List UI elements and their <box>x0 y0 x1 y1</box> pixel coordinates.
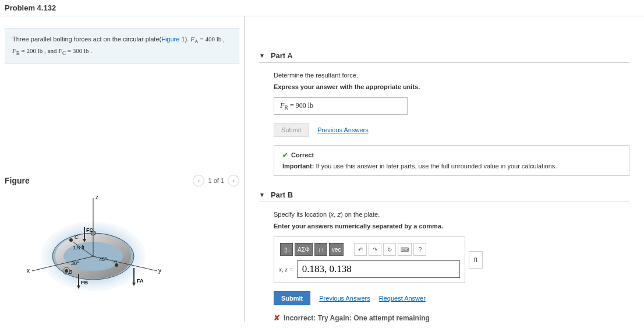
important-label: Important: <box>282 163 314 170</box>
svg-point-8 <box>69 238 73 242</box>
force-fa: FA <box>137 278 144 284</box>
unit-box[interactable]: ft <box>469 251 483 269</box>
part-a-header[interactable]: ▼ Part A <box>259 51 629 63</box>
updown-button[interactable]: ↓↑ <box>314 243 327 256</box>
pager-prev-button[interactable]: ‹ <box>193 175 204 186</box>
angle-45: 45° <box>99 256 107 262</box>
part-a-answer: FR = 900 lb <box>274 97 408 115</box>
pager-next-button[interactable]: › <box>228 175 239 186</box>
figure-diagram: z y x 1.5 ft 30° 45° C FC A FA <box>0 192 244 311</box>
point-a: A <box>113 259 117 264</box>
part-b-instruction-bold: Enter your answers numerically separated… <box>274 223 629 230</box>
previous-answers-link-b[interactable]: Previous Answers <box>319 295 370 302</box>
left-column: Three parallel bolting forces act on the… <box>0 16 245 322</box>
ans-sub: R <box>284 104 288 111</box>
part-b-header[interactable]: ▼ Part B <box>259 191 629 202</box>
part-b-instruction: Specify its location (x, z) on the plate… <box>274 211 629 218</box>
svg-marker-13 <box>132 283 136 286</box>
force-fc: FC <box>86 227 93 233</box>
part-a-title: Part A <box>271 51 293 60</box>
angle-30: 30° <box>71 260 79 266</box>
part-a-instruction-bold: Express your answer with the appropriate… <box>274 83 629 90</box>
feedback-incorrect: ✘Incorrect: Try Again: One attempt remai… <box>274 313 629 322</box>
force-fb: FB <box>81 280 88 285</box>
ans-value: = 900 lb <box>288 101 313 110</box>
check-icon: ✔ <box>282 151 288 158</box>
answer-input-box: ▯▯ ΑΣΦ ↓↑ vec ↶ ↷ ↻ ⌨ ? x, z = <box>274 237 465 283</box>
figure-heading: Figure <box>5 176 30 185</box>
page-title: Problem 4.132 <box>0 0 644 16</box>
z-axis-label: z <box>95 194 98 200</box>
part-b-title: Part B <box>271 191 293 199</box>
desc-text: Three parallel bolting forces act on the… <box>12 36 161 43</box>
point-b: B <box>69 269 72 275</box>
vec-button[interactable]: vec <box>329 243 344 256</box>
submit-button-part-a: Submit <box>274 123 309 137</box>
figure-link[interactable]: Figure 1 <box>161 36 185 43</box>
request-answer-link[interactable]: Request Answer <box>379 295 426 302</box>
radius-label: 1.5 ft <box>73 245 85 251</box>
collapse-icon: ▼ <box>259 192 265 198</box>
undo-button[interactable]: ↶ <box>354 243 367 256</box>
incorrect-text: Incorrect: Try Again: One attempt remain… <box>284 314 430 322</box>
formula-toolbar: ▯▯ ΑΣΦ ↓↑ vec ↶ ↷ ↻ ⌨ ? <box>279 242 460 257</box>
fb-var: F <box>12 47 16 54</box>
answer-input[interactable] <box>297 260 460 278</box>
help-button[interactable]: ? <box>413 243 426 256</box>
template-icon[interactable]: ▯▯ <box>280 243 293 256</box>
pager-label: 1 of 1 <box>208 177 224 184</box>
fa-sub: A <box>194 38 199 44</box>
keyboard-button[interactable]: ⌨ <box>398 243 412 256</box>
desc-text: ). <box>185 36 191 43</box>
previous-answers-link-a[interactable]: Previous Answers <box>317 126 368 133</box>
figure-pager: ‹ 1 of 1 › <box>193 175 239 186</box>
correct-label: Correct <box>291 151 314 158</box>
cross-icon: ✘ <box>274 313 280 322</box>
redo-button[interactable]: ↷ <box>369 243 381 256</box>
point-c: C <box>75 234 79 240</box>
important-text: If you use this answer in later parts, u… <box>314 163 557 170</box>
input-label: x, z = <box>279 266 293 273</box>
fc-var: F <box>58 47 62 54</box>
fa-val: = 400 lb , <box>199 36 225 43</box>
fc-val: = 300 lb . <box>66 47 92 54</box>
right-column: ▼ Part A Determine the resultant force. … <box>245 16 644 322</box>
problem-description: Three parallel bolting forces act on the… <box>5 28 239 64</box>
y-axis-label: y <box>158 267 161 274</box>
part-a-instruction: Determine the resultant force. <box>274 72 629 79</box>
x-axis-label: x <box>27 267 30 274</box>
submit-button-part-b[interactable]: Submit <box>274 291 310 305</box>
fb-val: = 200 lb , and <box>20 47 58 54</box>
svg-point-14 <box>65 269 68 273</box>
reset-button[interactable]: ↻ <box>383 243 396 256</box>
feedback-correct: ✔Correct Important: If you use this answ… <box>274 145 629 176</box>
greek-button[interactable]: ΑΣΦ <box>295 243 313 256</box>
collapse-icon: ▼ <box>259 52 265 59</box>
